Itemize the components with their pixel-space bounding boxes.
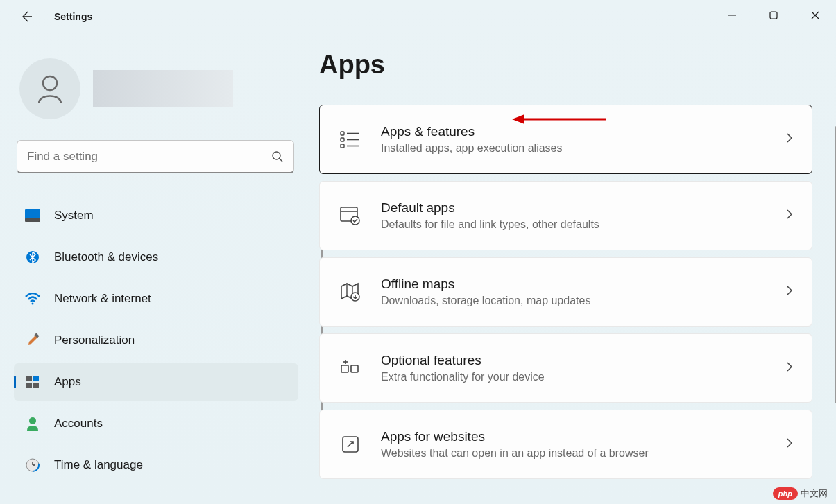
person-icon	[25, 416, 40, 431]
page-title: Apps	[319, 50, 812, 80]
sidebar-item-bluetooth[interactable]: Bluetooth & devices	[14, 238, 298, 276]
websites-icon	[339, 433, 361, 455]
watermark-badge: php	[773, 487, 798, 500]
svg-rect-33	[341, 365, 348, 372]
search-input[interactable]	[27, 150, 271, 164]
svg-line-6	[280, 158, 283, 162]
sidebar-item-system[interactable]: System	[14, 197, 298, 234]
item-text: Optional features Extra functionality fo…	[381, 353, 785, 383]
search-icon	[271, 150, 284, 163]
settings-item-apps-features[interactable]: Apps & features Installed apps, app exec…	[319, 105, 812, 174]
sidebar-item-label: Bluetooth & devices	[54, 250, 158, 264]
item-desc: Extra functionality for your device	[381, 371, 785, 383]
sidebar-item-label: System	[54, 209, 94, 223]
optional-features-icon	[339, 357, 361, 379]
item-desc: Websites that can open in an app instead…	[381, 447, 785, 460]
svg-rect-8	[25, 218, 40, 222]
sidebar-item-time-language[interactable]: Time & language	[14, 446, 298, 484]
item-text: Apps for websites Websites that can open…	[381, 429, 785, 460]
sidebar-item-personalization[interactable]: Personalization	[14, 322, 298, 359]
settings-item-apps-websites[interactable]: Apps for websites Websites that can open…	[319, 410, 812, 479]
sidebar-item-label: Apps	[54, 375, 81, 389]
app-title: Settings	[54, 11, 92, 22]
chevron-right-icon	[785, 209, 794, 223]
brush-icon	[25, 333, 40, 348]
clock-icon	[25, 458, 40, 473]
svg-rect-22	[341, 138, 344, 141]
item-text: Default apps Defaults for file and link …	[381, 200, 785, 231]
system-icon	[25, 208, 40, 223]
svg-rect-14	[26, 383, 32, 388]
back-arrow-icon	[19, 10, 33, 24]
content: System Bluetooth & devices Network & int…	[0, 33, 836, 504]
settings-item-offline-maps[interactable]: Offline maps Downloads, storage location…	[319, 257, 812, 327]
sidebar-item-label: Personalization	[54, 333, 135, 347]
settings-item-default-apps[interactable]: Default apps Defaults for file and link …	[319, 181, 812, 250]
item-desc: Defaults for file and link types, other …	[381, 218, 785, 231]
settings-item-optional-features[interactable]: Optional features Extra functionality fo…	[319, 333, 812, 403]
close-button[interactable]	[794, 0, 836, 31]
sidebar-item-network[interactable]: Network & internet	[14, 280, 298, 318]
wifi-icon	[25, 291, 40, 306]
titlebar: Settings	[0, 0, 836, 33]
watermark: php 中文网	[773, 487, 828, 500]
svg-rect-23	[341, 144, 344, 148]
svg-point-5	[273, 152, 280, 159]
svg-rect-7	[25, 209, 40, 220]
user-section[interactable]	[14, 58, 319, 119]
svg-rect-21	[341, 132, 344, 135]
nav-list: System Bluetooth & devices Network & int…	[14, 197, 298, 484]
maximize-button[interactable]	[753, 0, 794, 31]
item-title: Default apps	[381, 200, 785, 216]
item-title: Offline maps	[381, 277, 785, 292]
apps-icon	[25, 374, 40, 390]
sidebar: System Bluetooth & devices Network & int…	[14, 33, 319, 504]
watermark-text: 中文网	[801, 487, 828, 500]
chevron-right-icon	[785, 285, 794, 299]
item-title: Apps & features	[381, 124, 785, 139]
close-icon	[810, 10, 820, 20]
svg-rect-34	[351, 365, 358, 372]
user-name	[93, 70, 233, 107]
bluetooth-icon	[25, 250, 40, 265]
item-title: Apps for websites	[381, 429, 785, 444]
svg-point-10	[32, 303, 34, 305]
chevron-right-icon	[785, 361, 794, 375]
svg-point-4	[43, 76, 57, 90]
svg-rect-15	[33, 383, 39, 388]
chevron-right-icon	[785, 132, 794, 146]
svg-rect-12	[26, 376, 32, 381]
svg-point-16	[29, 417, 36, 424]
svg-rect-13	[33, 376, 39, 381]
item-title: Optional features	[381, 353, 785, 368]
maximize-icon	[769, 10, 778, 20]
settings-list: Apps & features Installed apps, app exec…	[319, 105, 812, 479]
person-icon	[34, 73, 66, 105]
apps-list-icon	[339, 128, 361, 150]
map-icon	[339, 281, 361, 303]
main: Apps Apps & features Installed apps, app…	[319, 33, 836, 504]
default-apps-icon	[339, 205, 361, 227]
sidebar-item-label: Time & language	[54, 458, 143, 472]
back-button[interactable]	[12, 3, 40, 31]
svg-rect-1	[770, 12, 777, 19]
search-box[interactable]	[17, 140, 294, 173]
item-text: Apps & features Installed apps, app exec…	[381, 124, 785, 155]
chevron-right-icon	[785, 437, 794, 451]
minimize-button[interactable]	[711, 0, 753, 31]
avatar	[19, 58, 80, 119]
minimize-icon	[727, 10, 737, 20]
item-text: Offline maps Downloads, storage location…	[381, 277, 785, 307]
window-controls	[711, 0, 836, 31]
sidebar-item-apps[interactable]: Apps	[14, 363, 298, 401]
sidebar-item-label: Network & internet	[54, 292, 151, 306]
item-desc: Downloads, storage location, map updates	[381, 295, 785, 307]
sidebar-item-label: Accounts	[54, 417, 103, 431]
item-desc: Installed apps, app execution aliases	[381, 142, 785, 155]
sidebar-item-accounts[interactable]: Accounts	[14, 405, 298, 442]
